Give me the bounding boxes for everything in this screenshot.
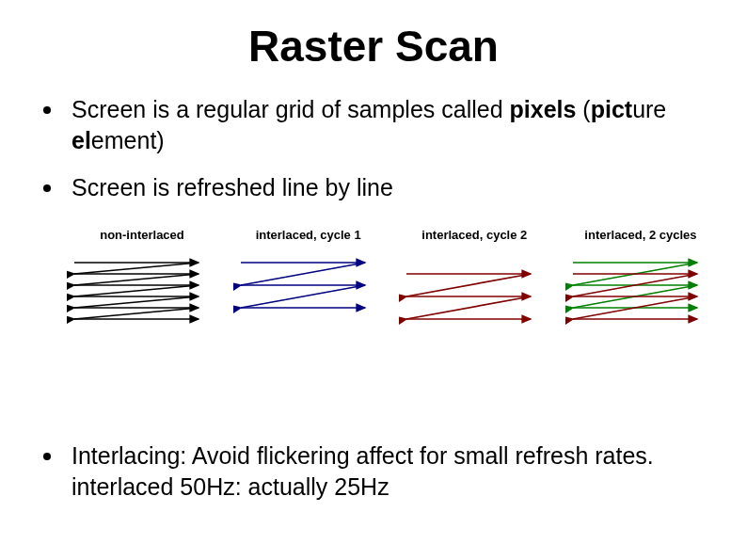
svg-line-1	[74, 263, 199, 274]
raster-interlaced-c1-icon	[233, 257, 384, 351]
text-bold: pixels	[510, 96, 577, 122]
text-bold: pict	[591, 96, 632, 122]
svg-line-12	[241, 263, 365, 285]
bullet-dot-icon	[43, 184, 51, 192]
list-item: Screen is refreshed line by line	[43, 172, 719, 203]
list-item: Screen is a regular grid of samples call…	[43, 94, 719, 155]
raster-interlaced-2cycles-icon	[565, 257, 716, 351]
svg-line-17	[406, 274, 531, 296]
bullet-list: Screen is a regular grid of samples call…	[0, 94, 747, 203]
text-line: interlaced 50Hz: actually 25Hz	[72, 473, 389, 500]
diagram-label: interlaced, 2 cycles	[584, 228, 696, 242]
list-item: Interlacing: Avoid flickering affect for…	[43, 440, 719, 519]
bullet-text: Screen is refreshed line by line	[72, 172, 393, 203]
bullet-dot-icon	[43, 453, 51, 460]
text-bold: el	[72, 127, 91, 153]
raster-noninterlaced-icon	[67, 257, 217, 351]
svg-line-7	[74, 296, 199, 308]
diagram-label: non-interlaced	[100, 228, 184, 242]
bullet-text: Screen is a regular grid of samples call…	[72, 94, 719, 155]
diagram-label: interlaced, cycle 2	[421, 228, 527, 242]
diagram-col: interlaced, cycle 2	[394, 228, 554, 351]
svg-line-5	[74, 285, 199, 296]
text-span: ement)	[91, 127, 165, 153]
svg-line-19	[406, 296, 531, 319]
text-line: Interlacing: Avoid flickering affect for…	[72, 442, 654, 469]
svg-line-3	[74, 274, 199, 285]
text-span: ure	[632, 96, 666, 122]
diagram-row: non-interlaced	[0, 220, 747, 351]
bullet-dot-icon	[43, 106, 51, 114]
text-span: Screen is a regular grid of samples call…	[72, 96, 510, 122]
bullet-text: Interlacing: Avoid flickering affect for…	[72, 440, 654, 502]
diagram-label: interlaced, cycle 1	[256, 228, 361, 242]
diagram-col: interlaced, 2 cycles	[561, 228, 721, 351]
page-title: Raster Scan	[0, 0, 747, 94]
text-span: (	[576, 96, 590, 122]
diagram-col: non-interlaced	[62, 228, 222, 351]
svg-line-9	[74, 308, 199, 319]
raster-interlaced-c2-icon	[399, 257, 549, 351]
diagram-col: interlaced, cycle 1	[229, 228, 389, 351]
svg-line-14	[241, 285, 365, 308]
